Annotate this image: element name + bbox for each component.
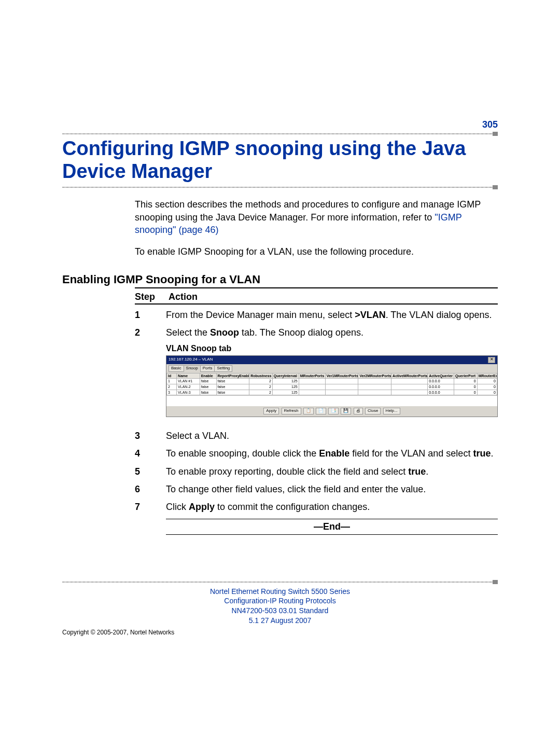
- cell[interactable]: 0.0.0.0: [428, 379, 454, 384]
- cell[interactable]: [299, 390, 325, 395]
- col-amrp[interactable]: ActiveMRouterPorts: [391, 373, 428, 379]
- footer-line4: 5.1 27 August 2007: [62, 616, 498, 626]
- step-1-b: >VLAN: [355, 310, 386, 320]
- step-7-body: Click Apply to commit the configuration …: [166, 501, 498, 513]
- close-button[interactable]: Close: [365, 408, 381, 414]
- cell[interactable]: false: [200, 384, 216, 390]
- col-reportproxy[interactable]: ReportProxyEnable: [216, 373, 249, 379]
- cell[interactable]: 2: [249, 390, 273, 395]
- cell[interactable]: 0.0.0.0: [428, 384, 454, 390]
- step-5-b: true: [408, 466, 426, 477]
- end-label: —End—: [166, 520, 498, 533]
- table-row[interactable]: 1 VLAN #1 false false 2 125 0.0.0.0: [167, 379, 497, 384]
- step-6: 6 To change other field values, click th…: [135, 483, 498, 495]
- top-rule: [62, 133, 498, 134]
- cell[interactable]: 0: [477, 379, 497, 384]
- col-aq[interactable]: ActiveQuerier: [428, 373, 454, 379]
- cell[interactable]: [358, 390, 391, 395]
- cell[interactable]: VLAN #1: [177, 379, 200, 384]
- copy-icon[interactable]: 📋: [303, 408, 314, 414]
- page-number: 305: [62, 119, 498, 130]
- footer-line1: Nortel Ethernet Routing Switch 5500 Seri…: [62, 587, 498, 597]
- cell[interactable]: false: [216, 384, 249, 390]
- tab-setting[interactable]: Setting: [214, 365, 232, 372]
- cell[interactable]: 0.0.0.0: [428, 390, 454, 395]
- cell[interactable]: 125: [272, 384, 299, 390]
- step-4-num: 4: [135, 447, 166, 460]
- cell[interactable]: 125: [272, 390, 299, 395]
- ss-titlebar: 192.167.120.24 – VLAN ✕: [166, 356, 497, 364]
- apply-button[interactable]: Apply: [263, 408, 279, 414]
- tab-ports[interactable]: Ports: [200, 365, 215, 372]
- cell[interactable]: [391, 379, 428, 384]
- step-4-a: To enable snooping, double click the: [166, 448, 319, 459]
- step-4-e: .: [491, 448, 493, 459]
- close-icon[interactable]: ✕: [488, 357, 495, 363]
- cell[interactable]: [325, 384, 358, 390]
- intro-block: This section describes the methods and p…: [135, 198, 498, 258]
- step-7-num: 7: [135, 501, 166, 513]
- cell[interactable]: 2: [249, 384, 273, 390]
- col-v2mrp[interactable]: Ver2MRouterPorts: [358, 373, 391, 379]
- step-1-c: . The VLAN dialog opens.: [386, 310, 492, 320]
- paste-icon[interactable]: 📄: [316, 408, 326, 414]
- cell[interactable]: false: [216, 379, 249, 384]
- cell[interactable]: 0: [454, 384, 478, 390]
- print-icon[interactable]: 🖨: [354, 408, 363, 414]
- cell[interactable]: 2: [249, 379, 273, 384]
- table-row[interactable]: 3 VLAN-3 false false 2 125 0.0.0.0: [167, 390, 497, 395]
- cell[interactable]: 0: [454, 390, 478, 395]
- ss-window-title: 192.167.120.24 – VLAN: [169, 357, 213, 362]
- save-icon[interactable]: 💾: [341, 408, 351, 414]
- cell[interactable]: false: [200, 390, 216, 395]
- step-2-body: Select the Snoop tab. The Snoop dialog o…: [166, 326, 498, 424]
- cell[interactable]: false: [216, 390, 249, 395]
- cell[interactable]: 0: [454, 379, 478, 384]
- cell[interactable]: [299, 379, 325, 384]
- step-1-num: 1: [135, 309, 166, 321]
- ss-tbody: 1 VLAN #1 false false 2 125 0.0.0.0: [167, 379, 497, 395]
- cell[interactable]: 0: [477, 384, 497, 390]
- col-name[interactable]: Name: [177, 373, 200, 379]
- tab-snoop[interactable]: Snoop: [184, 365, 201, 372]
- cell[interactable]: [391, 384, 428, 390]
- table-row[interactable]: 2 VLAN-2 false false 2 125 0.0.0.0: [167, 384, 497, 390]
- cell[interactable]: [299, 384, 325, 390]
- col-robust[interactable]: Robustness: [249, 373, 273, 379]
- cell[interactable]: 1: [167, 379, 177, 384]
- cell[interactable]: [325, 390, 358, 395]
- step-5-num: 5: [135, 465, 166, 478]
- cell[interactable]: VLAN-3: [177, 390, 200, 395]
- export-icon[interactable]: 📑: [328, 408, 339, 414]
- step-4-c: field for the VLAN and select: [349, 448, 473, 459]
- step-1: 1 From the Device Manager main menu, sel…: [135, 309, 498, 321]
- cell[interactable]: [325, 379, 358, 384]
- step-3-body: Select a VLAN.: [166, 430, 498, 442]
- cell[interactable]: VLAN-2: [177, 384, 200, 390]
- cell[interactable]: [358, 384, 391, 390]
- cell[interactable]: 2: [167, 384, 177, 390]
- step-7-c: to commit the configuration changes.: [215, 502, 370, 512]
- col-mrp[interactable]: MRouterPorts: [299, 373, 325, 379]
- tab-basic[interactable]: Basic: [169, 365, 184, 372]
- step-2: 2 Select the Snoop tab. The Snoop dialog…: [135, 326, 498, 424]
- section-heading: Enabling IGMP Snooping for a VLAN: [62, 273, 498, 286]
- col-mre[interactable]: MRouterExpiration: [477, 373, 497, 379]
- cell[interactable]: 0: [477, 390, 497, 395]
- step-4-d: true: [473, 448, 491, 459]
- cell[interactable]: [391, 390, 428, 395]
- col-qp[interactable]: QuerierPort: [454, 373, 478, 379]
- cell[interactable]: false: [200, 379, 216, 384]
- cell[interactable]: 3: [167, 390, 177, 395]
- help-button[interactable]: Help...: [383, 408, 400, 414]
- step-4-b: Enable: [319, 448, 349, 459]
- col-v1mrp[interactable]: Ver1MRouterPorts: [325, 373, 358, 379]
- col-qint[interactable]: QueryInterval: [272, 373, 299, 379]
- cell[interactable]: [358, 379, 391, 384]
- step-2-c: tab. The Snoop dialog opens.: [239, 327, 363, 338]
- col-id[interactable]: Id: [167, 373, 177, 379]
- footer: Nortel Ethernet Routing Switch 5500 Seri…: [62, 587, 498, 626]
- refresh-button[interactable]: Refresh: [282, 408, 301, 414]
- col-enable[interactable]: Enable: [200, 373, 216, 379]
- cell[interactable]: 125: [272, 379, 299, 384]
